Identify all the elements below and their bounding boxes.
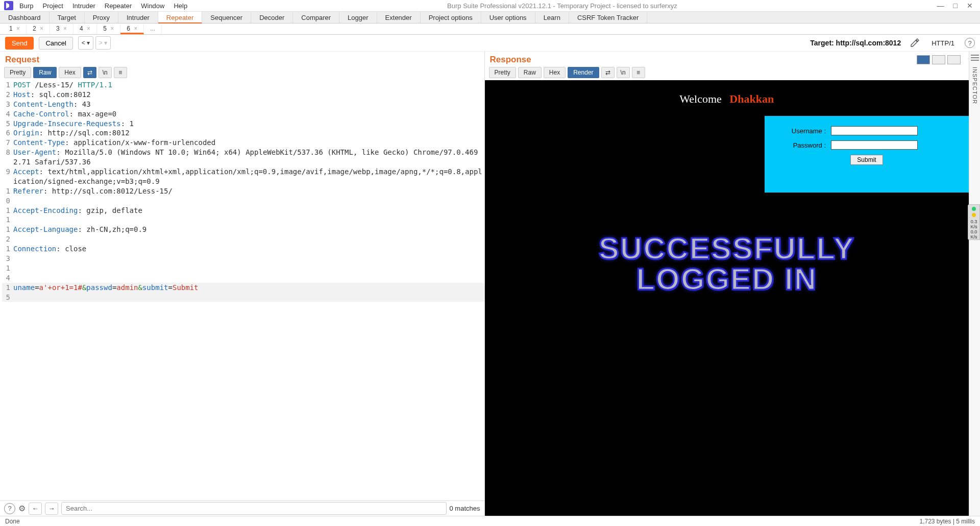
- code-line-3[interactable]: 3Content-Length: 43: [2, 100, 484, 109]
- indicator-unit-a: K/s: [968, 224, 979, 229]
- repeater-tab-3[interactable]: 3 ×: [50, 23, 74, 34]
- tab-logger[interactable]: Logger: [339, 12, 377, 23]
- response-view-tabs: PrettyRawHexRender⇄\n≡: [485, 67, 969, 80]
- repeater-sub-tabs: 1 ×2 ×3 ×4 ×5 ×6 ×...: [0, 23, 980, 35]
- split-panes: Request PrettyRawHex⇄\n≡ 1POST /Less-15/…: [0, 51, 980, 516]
- menu-repeater[interactable]: Repeater: [105, 2, 132, 10]
- response-view-render[interactable]: Render: [568, 67, 599, 78]
- window-title: Burp Suite Professional v2021.12.1 - Tem…: [187, 2, 937, 10]
- indicator-val-b: 0.0: [968, 229, 979, 234]
- tab-intruder[interactable]: Intruder: [118, 12, 158, 23]
- forward-button[interactable]: > ▾: [95, 36, 111, 50]
- tab-repeater[interactable]: Repeater: [158, 12, 202, 23]
- username-row: Username :: [780, 126, 953, 135]
- back-button[interactable]: < ▾: [78, 36, 93, 50]
- menu-intruder[interactable]: Intruder: [72, 2, 95, 10]
- response-wrap-icon[interactable]: ⇄: [601, 67, 615, 78]
- repeater-tab-2[interactable]: 2 ×: [27, 23, 50, 34]
- login-form: Username : Password : Submit: [765, 116, 969, 193]
- code-line-12[interactable]: 12Accept-Language: zh-CN,zh;q=0.9: [2, 225, 484, 244]
- tab-extender[interactable]: Extender: [377, 12, 421, 23]
- tab-target[interactable]: Target: [50, 12, 85, 23]
- code-line-6[interactable]: 6Origin: http://sql.com:8012: [2, 128, 484, 138]
- search-prev-button[interactable]: ←: [29, 503, 42, 515]
- target-value: http://sql.com:8012: [836, 39, 901, 47]
- repeater-tab-5[interactable]: 5 ×: [97, 23, 120, 34]
- welcome-banner: Welcome Dhakkan: [485, 92, 969, 106]
- code-line-5[interactable]: 5Upgrade-Insecure-Requests: 1: [2, 119, 484, 129]
- history-nav: < ▾ > ▾: [78, 36, 111, 50]
- repeater-tab-more[interactable]: ...: [144, 23, 162, 34]
- tab-dashboard[interactable]: Dashboard: [0, 12, 50, 23]
- password-row: Password :: [780, 140, 953, 150]
- repeater-tab-1[interactable]: 1 ×: [3, 23, 27, 34]
- http-version[interactable]: HTTP/1: [932, 39, 954, 47]
- close-icon[interactable]: ✕: [967, 2, 973, 10]
- code-line-7[interactable]: 7Content-Type: application/x-www-form-ur…: [2, 138, 484, 148]
- layout-toggles: [917, 55, 964, 64]
- search-input[interactable]: [61, 502, 447, 515]
- request-view-pretty[interactable]: Pretty: [4, 67, 31, 78]
- repeater-tab-4[interactable]: 4 ×: [74, 23, 97, 34]
- request-view-hex[interactable]: Hex: [59, 67, 81, 78]
- layout-tabs-icon[interactable]: [947, 55, 961, 64]
- code-line-1[interactable]: 1POST /Less-15/ HTTP/1.1: [2, 80, 484, 90]
- menu-help[interactable]: Help: [174, 2, 187, 10]
- tab-decoder[interactable]: Decoder: [251, 12, 293, 23]
- search-next-button[interactable]: →: [45, 503, 58, 515]
- success-line2: LOGGED IN: [485, 264, 969, 295]
- settings-icon[interactable]: ⚙: [18, 504, 26, 513]
- response-render[interactable]: Welcome Dhakkan Username : Password : Su…: [485, 80, 969, 516]
- request-newline-icon[interactable]: \n: [99, 67, 112, 78]
- tab-user-options[interactable]: User options: [481, 12, 535, 23]
- code-line-14[interactable]: 14: [2, 264, 484, 283]
- code-line-8[interactable]: 8User-Agent: Mozilla/5.0 (Windows NT 10.…: [2, 148, 484, 167]
- cancel-button[interactable]: Cancel: [39, 37, 72, 50]
- request-wrap-icon[interactable]: ⇄: [83, 67, 96, 78]
- response-menu-icon[interactable]: ≡: [632, 67, 645, 78]
- code-line-10[interactable]: 10Referer: http://sql.com:8012/Less-15/: [2, 186, 484, 206]
- request-menu-icon[interactable]: ≡: [114, 67, 127, 78]
- code-line-2[interactable]: 2Host: sql.com:8012: [2, 90, 484, 100]
- window-controls: — □ ✕: [937, 2, 980, 10]
- menu-burp[interactable]: Burp: [19, 2, 33, 10]
- response-view-pretty[interactable]: Pretty: [489, 67, 516, 78]
- repeater-tab-6[interactable]: 6 ×: [120, 23, 144, 34]
- help-icon[interactable]: ?: [965, 38, 975, 48]
- code-line-4[interactable]: 4Cache-Control: max-age=0: [2, 109, 484, 119]
- action-bar: Send Cancel < ▾ > ▾ Target: http://sql.c…: [0, 35, 980, 51]
- tab-comparer[interactable]: Comparer: [293, 12, 339, 23]
- target-label: Target: http://sql.com:8012: [810, 39, 901, 47]
- maximize-icon[interactable]: □: [953, 2, 958, 10]
- response-newline-icon[interactable]: \n: [617, 67, 630, 78]
- status-left: Done: [5, 518, 20, 525]
- tab-csrf-token-tracker[interactable]: CSRF Token Tracker: [569, 12, 647, 23]
- response-view-raw[interactable]: Raw: [518, 67, 542, 78]
- app-icon: [4, 1, 13, 10]
- tab-project-options[interactable]: Project options: [421, 12, 481, 23]
- code-line-13[interactable]: 13Connection: close: [2, 244, 484, 264]
- send-button[interactable]: Send: [5, 37, 34, 50]
- code-line-15[interactable]: 15uname=a'+or+1=1#&passwd=admin&submit=S…: [2, 283, 484, 302]
- request-view-raw[interactable]: Raw: [33, 67, 57, 78]
- code-line-9[interactable]: 9Accept: text/html,application/xhtml+xml…: [2, 167, 484, 186]
- help-search-icon[interactable]: ?: [4, 503, 15, 514]
- inspector-toggle-icon[interactable]: [971, 55, 979, 61]
- login-submit-button[interactable]: Submit: [850, 155, 883, 165]
- inspector-strip: INSPECTOR: [969, 52, 980, 516]
- tab-learn[interactable]: Learn: [535, 12, 569, 23]
- success-line1: SUCCESSFULLY: [485, 233, 969, 264]
- tab-proxy[interactable]: Proxy: [85, 12, 118, 23]
- menu-project[interactable]: Project: [42, 2, 63, 10]
- code-line-11[interactable]: 11Accept-Encoding: gzip, deflate: [2, 206, 484, 225]
- response-view-hex[interactable]: Hex: [544, 67, 566, 78]
- tab-sequencer[interactable]: Sequencer: [202, 12, 251, 23]
- edit-target-icon[interactable]: [910, 38, 919, 47]
- username-input[interactable]: [831, 126, 918, 135]
- password-input[interactable]: [831, 140, 918, 150]
- menu-window[interactable]: Window: [141, 2, 164, 10]
- minimize-icon[interactable]: —: [937, 2, 944, 10]
- layout-columns-icon[interactable]: [917, 55, 930, 64]
- layout-rows-icon[interactable]: [932, 55, 945, 64]
- request-editor[interactable]: 1POST /Less-15/ HTTP/1.12Host: sql.com:8…: [0, 80, 484, 500]
